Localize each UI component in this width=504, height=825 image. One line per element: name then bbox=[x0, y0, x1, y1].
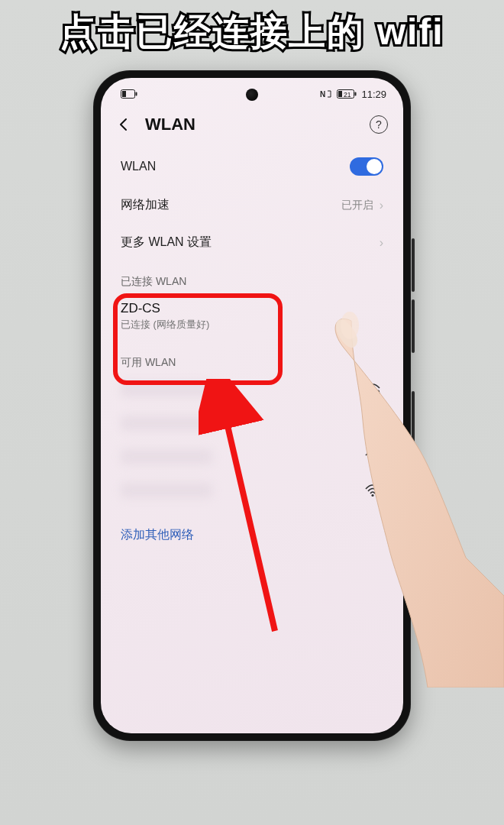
battery-status-icon bbox=[121, 89, 137, 99]
add-network-link[interactable]: 添加其他网络 bbox=[105, 509, 399, 561]
wifi-lock-icon bbox=[362, 382, 383, 397]
svg-rect-13 bbox=[376, 460, 380, 464]
connected-ssid: ZD-CS bbox=[121, 301, 383, 316]
network-accel-value: 已开启 bbox=[341, 199, 373, 212]
chevron-right-icon: › bbox=[380, 236, 383, 250]
volume-up-button bbox=[412, 238, 415, 292]
front-camera bbox=[246, 89, 258, 101]
connected-status: 已连接 (网络质量好) bbox=[121, 318, 383, 332]
svg-rect-15 bbox=[376, 493, 380, 497]
svg-point-10 bbox=[371, 427, 373, 429]
page-title: WLAN bbox=[145, 115, 195, 134]
status-time: 11:29 bbox=[361, 89, 386, 100]
wlan-toggle-label: WLAN bbox=[121, 160, 350, 173]
wifi-lock-icon bbox=[362, 449, 383, 464]
svg-rect-9 bbox=[376, 393, 380, 396]
chevron-right-icon: › bbox=[380, 199, 383, 212]
settings-content: WLAN 网络加速 已开启 › 更多 WLAN 设置 › 已连接 WLAN ZD… bbox=[101, 147, 403, 561]
battery-right-icon: 21 bbox=[337, 89, 357, 99]
svg-rect-2 bbox=[136, 92, 137, 96]
wlan-toggle-switch[interactable] bbox=[350, 157, 383, 176]
available-network-item[interactable] bbox=[105, 475, 399, 509]
svg-point-14 bbox=[371, 494, 373, 497]
available-section-label: 可用 WLAN bbox=[105, 342, 399, 374]
volume-down-button bbox=[412, 299, 415, 353]
blurred-ssid bbox=[121, 382, 212, 397]
svg-rect-1 bbox=[122, 91, 126, 97]
phone-frame: N 21 11:29 WLAN ? WL bbox=[93, 70, 411, 741]
wifi-lock-icon bbox=[362, 483, 383, 498]
connected-network-item[interactable]: ZD-CS 已连接 (网络质量好) bbox=[105, 293, 399, 342]
svg-rect-7 bbox=[355, 92, 357, 96]
svg-rect-5 bbox=[338, 91, 342, 97]
more-wlan-row[interactable]: 更多 WLAN 设置 › bbox=[105, 224, 399, 261]
blurred-ssid bbox=[121, 449, 212, 464]
svg-point-12 bbox=[371, 461, 373, 463]
svg-text:21: 21 bbox=[344, 91, 351, 99]
wlan-toggle-row[interactable]: WLAN bbox=[105, 147, 399, 186]
available-network-item[interactable] bbox=[105, 442, 399, 475]
phone-screen: N 21 11:29 WLAN ? WL bbox=[101, 78, 403, 733]
svg-point-8 bbox=[371, 393, 373, 396]
blurred-ssid bbox=[121, 483, 212, 498]
instruction-caption: 点击已经连接上的 wifi bbox=[0, 8, 504, 57]
available-networks-list bbox=[105, 374, 399, 509]
network-accel-row[interactable]: 网络加速 已开启 › bbox=[105, 186, 399, 224]
blurred-ssid bbox=[121, 416, 212, 431]
available-network-item[interactable] bbox=[105, 408, 399, 442]
nfc-icon: N bbox=[320, 89, 332, 99]
svg-text:N: N bbox=[320, 90, 326, 99]
wifi-lock-icon bbox=[362, 416, 383, 431]
page-header: WLAN ? bbox=[101, 110, 403, 147]
network-accel-label: 网络加速 bbox=[121, 197, 341, 213]
back-icon[interactable] bbox=[116, 117, 131, 132]
power-button bbox=[412, 391, 415, 460]
more-wlan-label: 更多 WLAN 设置 bbox=[121, 235, 380, 251]
svg-rect-11 bbox=[376, 426, 380, 430]
available-network-item[interactable] bbox=[105, 374, 399, 408]
help-icon[interactable]: ? bbox=[370, 115, 388, 134]
connected-section-label: 已连接 WLAN bbox=[105, 261, 399, 293]
